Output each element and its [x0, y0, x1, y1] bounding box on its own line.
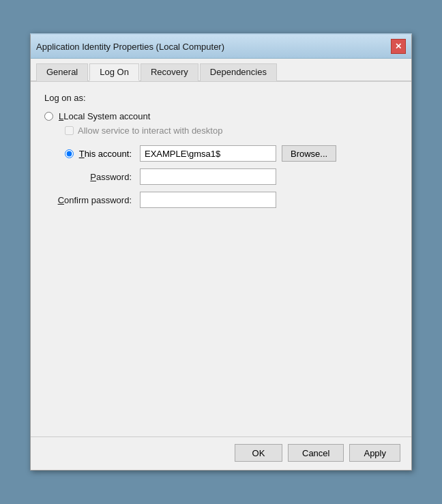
- tab-general-label: General: [46, 67, 78, 77]
- password-input[interactable]: [140, 168, 276, 185]
- tab-logon[interactable]: Log On: [89, 63, 139, 81]
- allow-desktop-label: Allow service to interact with desktop: [78, 125, 222, 136]
- allow-desktop-checkbox[interactable]: [65, 126, 74, 135]
- allow-desktop-row: Allow service to interact with desktop: [65, 125, 398, 136]
- tab-dependencies-label: Dependencies: [210, 67, 267, 77]
- this-account-input[interactable]: [140, 145, 276, 162]
- button-bar: OK Cancel Apply: [31, 436, 411, 470]
- tab-bar: General Log On Recovery Dependencies: [31, 59, 411, 82]
- local-system-row: LLocal System account: [44, 111, 398, 121]
- title-bar: Application Identity Properties (Local C…: [31, 35, 411, 59]
- tab-recovery[interactable]: Recovery: [141, 63, 198, 81]
- window-title: Application Identity Properties (Local C…: [36, 42, 224, 52]
- this-account-row: This account: Browse...: [44, 145, 398, 162]
- tab-logon-label: Log On: [100, 67, 129, 77]
- tab-recovery-label: Recovery: [151, 67, 188, 77]
- local-system-label[interactable]: LLocal System account: [59, 111, 150, 121]
- cancel-button[interactable]: Cancel: [288, 444, 344, 462]
- logon-as-label: Log on as:: [44, 93, 398, 103]
- confirm-password-label: Confirm password:: [44, 195, 140, 205]
- password-label: Password:: [44, 172, 140, 182]
- ok-button[interactable]: OK: [235, 444, 282, 462]
- radio-group: LLocal System account Allow service to i…: [44, 111, 398, 136]
- apply-button[interactable]: Apply: [349, 444, 400, 462]
- tab-general[interactable]: General: [36, 63, 88, 81]
- confirm-password-input[interactable]: [140, 192, 276, 208]
- confirm-password-row: Confirm password:: [44, 192, 398, 208]
- password-row: Password:: [44, 168, 398, 185]
- tab-content: Log on as: LLocal System account Allow s…: [31, 82, 411, 436]
- local-system-radio[interactable]: [44, 112, 53, 121]
- tab-dependencies[interactable]: Dependencies: [200, 63, 277, 81]
- close-button[interactable]: ✕: [391, 39, 406, 54]
- this-account-radio[interactable]: [65, 149, 74, 158]
- this-account-label[interactable]: This account:: [79, 149, 132, 159]
- properties-dialog: Application Identity Properties (Local C…: [30, 33, 412, 471]
- browse-button[interactable]: Browse...: [282, 145, 336, 162]
